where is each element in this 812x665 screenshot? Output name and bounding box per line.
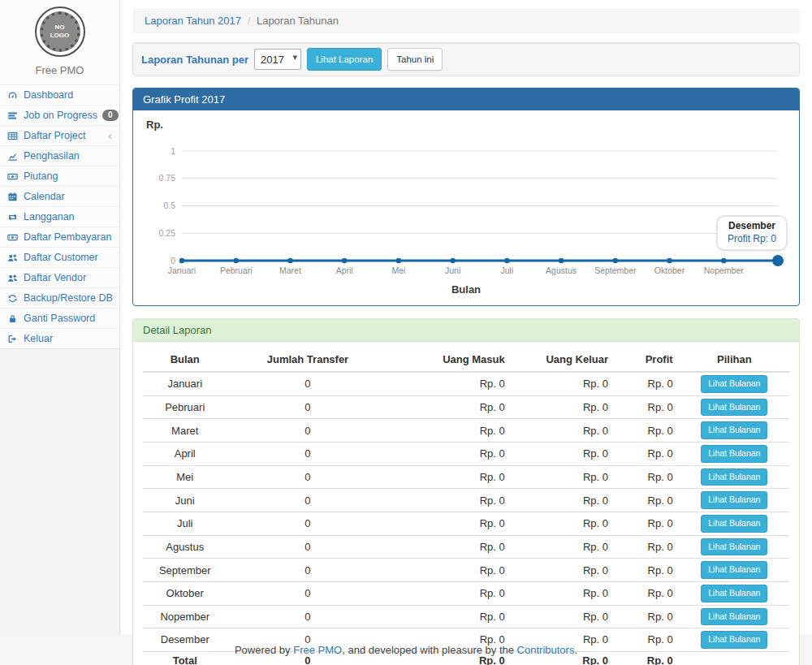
cell-pilihan	[680, 651, 789, 665]
breadcrumb-link[interactable]: Laporan Tahun 2017	[145, 15, 241, 27]
svg-text:Nopember: Nopember	[704, 266, 745, 275]
view-monthly-button[interactable]: Lihat Bulanan	[701, 631, 767, 649]
sidebar-item-label: Daftar Pembayaran	[24, 231, 111, 243]
app-window: NO LOGO Free PMO DashboardJob on Progres…	[0, 0, 812, 634]
view-monthly-button[interactable]: Lihat Bulanan	[701, 515, 767, 533]
sidebar-item-label: Daftar Project	[24, 130, 85, 141]
column-header-profit: Profit	[615, 348, 680, 372]
cell-bulan: Mei	[143, 465, 227, 489]
sidebar-item-label: Job on Progress	[24, 110, 97, 121]
table-header-row: BulanJumlah TransferUang MasukUang Kelua…	[143, 348, 789, 372]
sidebar-item-label: Piutang	[24, 171, 58, 182]
brand-name: Free PMO	[0, 64, 119, 76]
line-chart-icon	[7, 151, 19, 162]
svg-text:April: April	[336, 266, 353, 275]
sidebar-item-daftar-project[interactable]: Daftar Project‹	[0, 125, 119, 145]
view-monthly-button[interactable]: Lihat Bulanan	[701, 445, 767, 463]
table-row: Pebruari0Rp. 0Rp. 0Rp. 0Lihat Bulanan	[143, 395, 789, 419]
view-monthly-button[interactable]: Lihat Bulanan	[701, 538, 767, 556]
sidebar-item-piutang[interactable]: Piutang	[0, 166, 119, 186]
profit-line-chart[interactable]: 10.750.50.250JanuariPebruariMaretAprilMe…	[143, 135, 789, 279]
sidebar-item-backup-restore-db[interactable]: Backup/Restore DB	[0, 287, 119, 308]
sidebar-item-daftar-customer[interactable]: Daftar Customer	[0, 247, 119, 267]
money-icon	[7, 232, 19, 243]
app-logo: NO LOGO Free PMO	[0, 0, 119, 84]
sidebar-item-daftar-vendor[interactable]: Daftar Vendor	[0, 267, 119, 287]
cell-pilihan: Lihat Bulanan	[680, 443, 789, 466]
cell-uang-masuk: Rp. 0	[388, 512, 511, 535]
table-row: Juli0Rp. 0Rp. 0Rp. 0Lihat Bulanan	[143, 512, 789, 535]
view-monthly-button[interactable]: Lihat Bulanan	[701, 491, 767, 509]
svg-text:Pebruari: Pebruari	[220, 266, 253, 275]
cell-pilihan: Lihat Bulanan	[680, 581, 789, 605]
footer-link-freepmo[interactable]: Free PMO	[293, 644, 342, 656]
breadcrumb-separator: /	[248, 15, 251, 27]
table-row: Mei0Rp. 0Rp. 0Rp. 0Lihat Bulanan	[143, 465, 789, 489]
sidebar-item-ganti-password[interactable]: Ganti Password	[0, 308, 119, 328]
cell-pilihan: Lihat Bulanan	[680, 419, 789, 443]
view-monthly-button[interactable]: Lihat Bulanan	[701, 585, 767, 602]
sidebar-item-label: Penghasilan	[24, 150, 80, 162]
cell-pilihan: Lihat Bulanan	[680, 372, 789, 395]
sidebar-item-keluar[interactable]: Keluar	[0, 328, 119, 348]
cell-pilihan: Lihat Bulanan	[680, 489, 789, 512]
sidebar: NO LOGO Free PMO DashboardJob on Progres…	[0, 0, 120, 634]
sidebar-item-dashboard[interactable]: Dashboard	[0, 84, 119, 105]
year-select[interactable]: 2017	[254, 49, 301, 70]
view-monthly-button[interactable]: Lihat Bulanan	[701, 608, 767, 626]
view-monthly-button[interactable]: Lihat Bulanan	[701, 421, 767, 439]
tasks-icon	[7, 110, 19, 121]
view-monthly-button[interactable]: Lihat Bulanan	[701, 469, 767, 486]
sidebar-item-label: Langganan	[24, 211, 75, 222]
sidebar-item-calendar[interactable]: Calendar	[0, 186, 119, 206]
cell-uang-masuk: Rp. 0	[388, 581, 511, 605]
sidebar-item-langganan[interactable]: Langganan	[0, 206, 119, 227]
view-monthly-button[interactable]: Lihat Bulanan	[701, 399, 767, 417]
table-row: Juni0Rp. 0Rp. 0Rp. 0Lihat Bulanan	[143, 489, 789, 512]
cell-uang-keluar: Rp. 0	[512, 443, 615, 466]
cell-uang-keluar: Rp. 0	[512, 605, 615, 628]
chart-tooltip: Desember Profit Rp: 0	[716, 215, 788, 251]
cell-profit: Rp. 0	[615, 443, 680, 466]
cell-pilihan: Lihat Bulanan	[680, 559, 789, 582]
cell-bulan: Total	[143, 651, 227, 665]
detail-panel-title: Detail Laporan	[133, 319, 799, 342]
footer-link-contributors[interactable]: Contributors	[517, 644, 575, 656]
svg-text:Oktober: Oktober	[654, 266, 685, 275]
cell-profit: Rp. 0	[615, 419, 680, 443]
cell-bulan: Pebruari	[143, 395, 227, 419]
cell-pilihan: Lihat Bulanan	[680, 605, 789, 628]
table-row: September0Rp. 0Rp. 0Rp. 0Lihat Bulanan	[143, 559, 789, 582]
tooltip-title: Desember	[728, 220, 776, 231]
cell-profit: Rp. 0	[615, 581, 680, 605]
cell-uang-keluar: Rp. 0	[512, 419, 615, 443]
chart-panel-title: Grafik Profit 2017	[133, 89, 799, 110]
cell-jumlah-transfer: 0	[227, 559, 388, 582]
cell-pilihan: Lihat Bulanan	[680, 535, 789, 559]
logo-text: NO LOGO	[50, 24, 71, 40]
cell-profit: Rp. 0	[615, 372, 680, 395]
this-year-button[interactable]: Tahun ini	[387, 48, 443, 71]
cell-uang-masuk: Rp. 0	[388, 489, 511, 512]
view-monthly-button[interactable]: Lihat Bulanan	[701, 375, 767, 393]
column-header-bulan: Bulan	[143, 348, 227, 372]
lock-icon	[7, 313, 19, 324]
column-header-uang-keluar: Uang Keluar	[512, 348, 615, 372]
svg-text:Juli: Juli	[500, 266, 513, 275]
cell-profit: Rp. 0	[615, 605, 680, 628]
detail-panel-body: BulanJumlah TransferUang MasukUang Kelua…	[133, 342, 799, 665]
svg-text:Agustus: Agustus	[546, 266, 577, 275]
svg-text:Juni: Juni	[445, 266, 460, 275]
cell-jumlah-transfer: 0	[227, 395, 388, 419]
sidebar-item-penghasilan[interactable]: Penghasilan	[0, 145, 119, 166]
view-monthly-button[interactable]: Lihat Bulanan	[701, 561, 767, 579]
sidebar-item-daftar-pembayaran[interactable]: Daftar Pembayaran	[0, 227, 119, 247]
cell-profit: Rp. 0	[615, 512, 680, 535]
view-report-button[interactable]: Lihat Laporan	[307, 48, 382, 71]
sidebar-item-job-on-progress[interactable]: Job on Progress0	[0, 105, 119, 125]
dashboard-icon	[7, 90, 19, 101]
cell-uang-keluar: Rp. 0	[512, 465, 615, 489]
cell-bulan: April	[143, 443, 227, 466]
cell-bulan: Nopember	[143, 605, 227, 628]
cell-jumlah-transfer: 0	[227, 605, 388, 628]
